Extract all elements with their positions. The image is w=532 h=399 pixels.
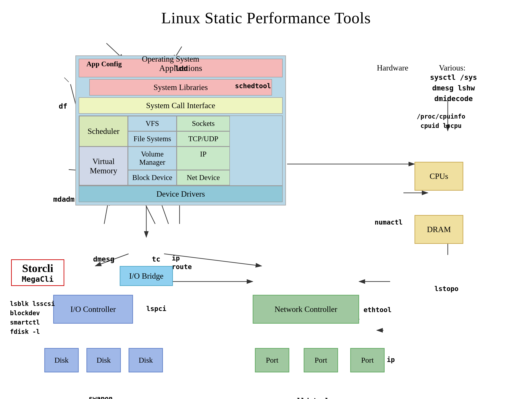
mdadm-label: mdadm [53,195,75,203]
kernel-area: VFS Sockets Scheduler File Systems TCP/U… [79,115,283,186]
lspci-label: lspci [146,305,166,313]
vfs-box: VFS [128,116,177,131]
tcpudp-box: TCP/UDP [177,131,230,146]
schedtool-label: schedtool [235,82,271,90]
numactl-label: numactl [375,218,403,226]
various-tools-label: sysctl /sysdmesg lshwdmidecode [430,72,477,104]
disk2-box: Disk [86,348,121,372]
disk1-box: Disk [44,348,79,372]
filesystem-box: File Systems [128,131,177,146]
network-controller-box: Network Controller [253,295,359,324]
swapon-label: swapon [89,395,113,399]
storcli-box: Storcli MegaCli [11,259,64,286]
volmgr-box: Volume Manager [128,146,177,170]
device-drivers-box: Device Drivers [79,186,283,202]
ip-label: ip [387,356,395,364]
ip-route-label: iproute [172,254,192,271]
ldd-label: ldd [175,64,188,73]
port1-box: Port [255,348,289,372]
os-label: Operating System [142,54,199,64]
io-controller-box: I/O Controller [53,295,133,324]
io-bridge-box: I/O Bridge [120,266,173,286]
net-device-box: Net Device [177,170,230,185]
port2-box: Port [304,348,338,372]
virtual-memory-box: Virtual Memory [79,146,128,185]
sockets-box: Sockets [177,116,230,131]
lsblk-label: lsblk lsscsiblockdevsmartctlfdisk -l [10,299,55,336]
storcli-label: Storcli [22,262,53,275]
hardware-label: Hardware [377,63,408,72]
os-stack: Applications System Libraries System Cal… [75,55,286,205]
ip-box: IP [177,146,230,170]
port3-box: Port [350,348,385,372]
df-label: df [59,102,67,110]
app-config-label: App Config [86,60,122,68]
dram-box: DRAM [415,215,463,244]
lstopo-label: lstopo [434,285,458,293]
various-label: Various: [439,63,466,72]
ethtool-label: ethtool [364,306,392,314]
dmesg-label: dmesg [93,255,114,263]
proc-cpuinfo-label: /proc/cpuinfocpuid lscpu [417,112,465,131]
scheduler-box: Scheduler [79,116,128,146]
lldptool-label: lldptool [297,397,329,399]
syscall-box: System Call Interface [79,97,283,114]
cpus-box: CPUs [415,162,463,191]
megacli-label: MegaCli [22,275,53,284]
block-device-box: Block Device [128,170,177,185]
page-title: Linux Static Performance Tools [0,0,532,27]
tc-label: tc [152,255,160,263]
disk3-box: Disk [129,348,163,372]
